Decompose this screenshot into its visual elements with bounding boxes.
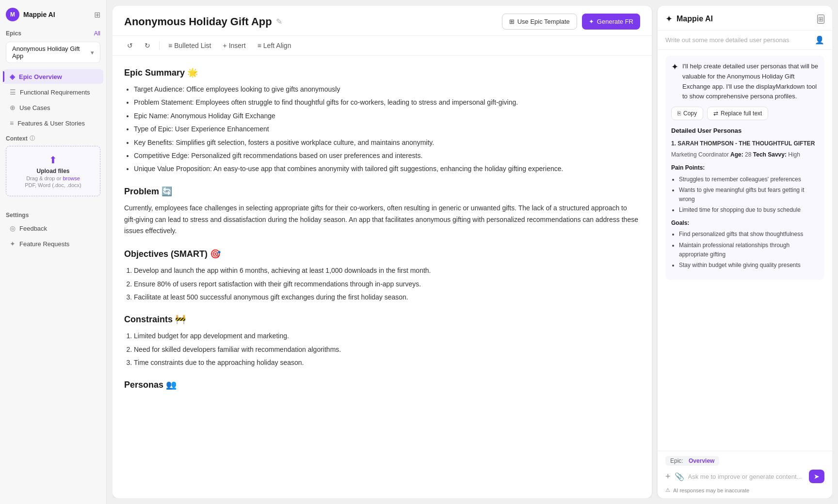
list-item: Facilitate at least 500 successful anony… [134, 292, 640, 302]
ai-messages-area[interactable]: ✦ I'll help create detailed user persona… [658, 50, 832, 451]
settings-label: Settings [6, 212, 100, 219]
ai-response-header: ✦ I'll help create detailed user persona… [671, 62, 819, 102]
selected-epic-label: Anonymous Holiday Gift App [12, 45, 88, 60]
list-item: Stay within budget while giving quality … [679, 261, 819, 270]
pain-points-list: Struggles to remember colleagues' prefer… [679, 175, 819, 215]
ai-response-card: ✦ I'll help create detailed user persona… [665, 56, 824, 280]
ai-response-content: Detailed User Personas 1. SARAH THOMPSON… [671, 126, 819, 270]
list-item: Find personalized gifts that show though… [679, 230, 819, 239]
ai-chat-input[interactable] [688, 473, 805, 480]
epic-summary-list: Target Audience: Office employees lookin… [134, 84, 640, 174]
list-item: Limited time for shopping due to busy sc… [679, 205, 819, 215]
replace-full-text-button[interactable]: ⇄ Replace full text [707, 107, 768, 120]
collapse-sidebar-button[interactable]: ⊞ [94, 10, 100, 19]
bulleted-list-button[interactable]: ≡ Bulleted List [165, 40, 214, 51]
list-item: Wants to give meaningful gifts but fears… [679, 186, 819, 204]
sidebar-item-functional-requirements[interactable]: ☰ Functional Requirements [3, 85, 103, 99]
sidebar-item-label: Epic Overview [19, 73, 62, 80]
generate-icon: ✦ [589, 18, 594, 25]
ai-prompt-input[interactable] [665, 36, 811, 44]
sidebar-item-features-user-stories[interactable]: ≡ Features & User Stories [3, 116, 103, 130]
info-icon: ⓘ [30, 135, 35, 142]
redo-button[interactable]: ↻ [142, 40, 153, 51]
persona-name: 1. SARAH THOMPSON - THE THOUGHTFUL GIFTE… [671, 139, 819, 148]
redo-icon: ↻ [145, 42, 150, 49]
sidebar-item-feature-requests[interactable]: ✦ Feature Requests [3, 236, 103, 251]
list-item: Problem Statement: Employees often strug… [134, 97, 640, 108]
list-item: Target Audience: Office employees lookin… [134, 84, 640, 94]
upload-instructions: Drag & drop or browse [12, 175, 94, 181]
add-attachment-button[interactable]: + [665, 472, 671, 482]
undo-button[interactable]: ↺ [124, 40, 136, 51]
features-icon: ≡ [10, 119, 14, 127]
objectives-heading: Objectives (SMART) 🎯 [124, 249, 640, 259]
ai-prompt-bar: 👤 [658, 31, 832, 50]
template-icon: ⊞ [509, 18, 515, 25]
edit-title-icon[interactable]: ✎ [276, 17, 282, 26]
sidebar-header: M Mappie AI ⊞ [0, 6, 106, 27]
ai-intro-text: I'll help create detailed user personas … [682, 62, 819, 102]
ai-context-tag: Epic: Overview [665, 456, 824, 470]
persona-icon: 👤 [815, 35, 824, 45]
copy-button[interactable]: ⎘ Copy [671, 107, 703, 120]
epics-section-header: Epics All [0, 27, 106, 40]
goals-list: Find personalized gifts that show though… [679, 230, 819, 270]
editor-header: Anonymous Holiday Gift App ✎ ⊞ Use Epic … [113, 6, 652, 36]
toolbar-divider [159, 41, 160, 50]
ai-icon: ✦ [671, 62, 678, 72]
editor-actions: ⊞ Use Epic Template ✦ Generate FR [502, 14, 640, 30]
epic-selector[interactable]: Anonymous Holiday Gift App ▾ [6, 42, 100, 63]
use-cases-icon: ⊕ [10, 104, 16, 111]
list-icon: ≡ [168, 42, 172, 49]
sidebar-item-label: Feature Requests [19, 240, 69, 248]
constraints-list: Limited budget for app development and m… [134, 331, 640, 368]
context-label: Context ⓘ [6, 135, 100, 142]
generate-fr-button[interactable]: ✦ Generate FR [582, 14, 640, 30]
editor-title-row: Anonymous Holiday Gift App ✎ [124, 16, 282, 28]
editor-toolbar: ↺ ↻ ≡ Bulleted List + Insert ≡ Left Alig… [113, 36, 652, 56]
chevron-down-icon: ▾ [91, 49, 94, 56]
sidebar-item-epic-overview[interactable]: ◈ Epic Overview [3, 69, 103, 84]
problem-heading: Problem 🔄 [124, 186, 640, 197]
copy-icon: ⎘ [677, 110, 681, 117]
collapse-ai-panel-button[interactable]: ⊞ [817, 15, 824, 24]
feedback-icon: ◎ [10, 224, 16, 232]
insert-icon: + [223, 42, 226, 49]
ai-panel: ✦ Mappie AI ⊞ 👤 ✦ I'll help create detai… [658, 6, 832, 498]
list-item: Struggles to remember colleagues' prefer… [679, 175, 819, 184]
main-area: Anonymous Holiday Gift App ✎ ⊞ Use Epic … [107, 0, 838, 504]
list-item: Ensure 80% of users report satisfaction … [134, 279, 640, 289]
use-epic-template-button[interactable]: ⊞ Use Epic Template [502, 14, 577, 30]
insert-button[interactable]: + Insert [220, 40, 248, 51]
list-item: Limited budget for app development and m… [134, 331, 640, 341]
attach-file-button[interactable]: 📎 [675, 472, 684, 481]
sidebar-item-feedback[interactable]: ◎ Feedback [3, 221, 103, 236]
file-upload-area[interactable]: ⬆ Upload files Drag & drop or browse PDF… [6, 146, 100, 196]
send-message-button[interactable]: ➤ [809, 470, 824, 483]
browse-link[interactable]: browse [63, 175, 80, 181]
personas-heading: Personas 👥 [124, 379, 640, 390]
upload-icon: ⬆ [12, 154, 94, 166]
list-item: Unique Value Proposition: An easy-to-use… [134, 163, 640, 174]
pain-points-label: Pain Points: [671, 163, 819, 173]
list-item: Key Benefits: Simplifies gift selection,… [134, 137, 640, 148]
app-name: Mappie AI [23, 11, 55, 18]
app-logo: M [6, 8, 19, 21]
epic-summary-heading: Epic Summary 🌟 [124, 67, 640, 78]
ai-footer: Epic: Overview + 📎 ➤ ⚠ AI responses may … [658, 451, 832, 498]
editor-content[interactable]: Epic Summary 🌟 Target Audience: Office e… [113, 56, 652, 498]
ai-warning-text: ⚠ AI responses may be inaccurate [665, 487, 824, 493]
replace-icon: ⇄ [713, 110, 718, 117]
upload-types: PDF, Word (.doc, .docx) [12, 182, 94, 188]
constraints-heading: Constraints 🚧 [124, 314, 640, 325]
feature-requests-icon: ✦ [10, 240, 16, 248]
list-item: Type of Epic: User Experience Enhancemen… [134, 124, 640, 134]
list-item: Competitive Edge: Personalized gift reco… [134, 150, 640, 161]
all-epics-link[interactable]: All [94, 30, 100, 37]
ai-logo-icon: ✦ [665, 14, 673, 24]
left-align-button[interactable]: ≡ Left Align [255, 40, 294, 51]
sidebar-item-use-cases[interactable]: ⊕ Use Cases [3, 100, 103, 115]
settings-section: Settings [0, 206, 106, 220]
list-item: Need for skilled developers familiar wit… [134, 344, 640, 355]
sidebar-item-label: Features & User Stories [17, 120, 85, 127]
